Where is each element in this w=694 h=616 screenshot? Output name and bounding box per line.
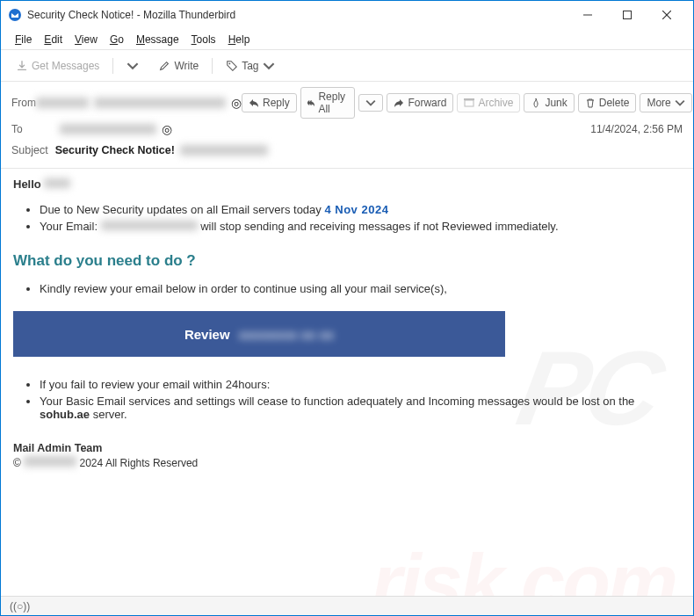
menu-tools[interactable]: Tools [186,32,221,47]
chevron-down-icon [263,60,275,72]
pencil-icon [158,60,170,72]
footer-copyright: © 2024 All Rights Reserved [13,456,681,469]
list-item: Kindly review your email below in order … [40,282,681,295]
minimize-button[interactable] [567,2,607,28]
forward-icon [394,98,404,108]
list-item: Your Email: will stop sending and receiv… [40,220,681,233]
more-button[interactable]: More [640,93,691,112]
get-messages-dropdown[interactable] [120,55,145,76]
menu-go[interactable]: Go [105,32,129,47]
list-item: Due to New Security updates on all Email… [40,203,681,216]
main-toolbar: Get Messages Write Tag [1,50,693,82]
write-label: Write [174,60,199,72]
warning-list: If you fail to review your email within … [40,378,681,421]
close-button[interactable] [647,2,686,28]
greeting-line: Hello [13,178,681,191]
list-item: If you fail to review your email within … [40,378,681,391]
status-bar: ((○)) [1,596,693,615]
download-icon [16,60,28,72]
menu-edit[interactable]: Edit [39,32,68,47]
contact-icon[interactable]: ◎ [231,97,242,109]
message-headers: From ◎ Reply Reply All Forward Archive J… [1,82,693,169]
footer-team: Mail Admin Team [13,442,681,454]
tag-label: Tag [242,60,258,72]
reply-icon [249,98,259,108]
svg-rect-7 [464,98,474,100]
to-value: ◎ [60,123,172,135]
chevron-down-icon [127,60,139,72]
write-button[interactable]: Write [152,55,205,76]
forward-button[interactable]: Forward [387,93,453,112]
junk-button[interactable]: Junk [524,93,574,112]
chevron-down-icon [365,98,376,108]
message-body: PC risk.com Hello Due to New Security up… [1,169,693,607]
redacted-text: xxxxxxxx xx xx [239,327,334,342]
instruction-list: Kindly review your email below in order … [40,282,681,295]
get-messages-label: Get Messages [32,60,99,72]
trash-icon [585,98,596,108]
contact-icon[interactable]: ◎ [162,123,172,135]
svg-point-0 [9,9,21,21]
menu-view[interactable]: View [69,32,103,47]
header-actions: Reply Reply All Forward Archive Junk Del… [242,87,692,119]
window-titlebar: Security Check Notice! - Mozilla Thunder… [1,1,693,29]
to-label: To [11,123,60,135]
archive-button[interactable]: Archive [457,93,520,112]
chevron-down-icon [675,98,685,108]
svg-point-5 [229,62,231,64]
menu-bar: File Edit View Go Message Tools Help [1,29,693,50]
get-messages-button[interactable]: Get Messages [10,55,105,76]
list-item: Your Basic Email services and settings w… [40,395,681,421]
subject-value: Security Check Notice! [55,144,175,156]
archive-icon [464,98,474,108]
svg-rect-2 [623,11,631,19]
tag-button[interactable]: Tag [220,55,280,76]
from-value: ◎ [36,97,242,109]
tag-icon [226,60,238,72]
reply-all-dropdown[interactable] [358,94,383,112]
review-button[interactable]: Review xxxxxxxx xx xx [13,311,505,357]
reply-button[interactable]: Reply [242,93,297,112]
subject-label: Subject [11,144,48,156]
reply-all-button[interactable]: Reply All [300,87,356,119]
delete-button[interactable]: Delete [578,93,637,112]
reply-all-icon [307,98,315,108]
svg-rect-6 [465,100,474,106]
intro-list: Due to New Security updates on all Email… [40,203,681,233]
thunderbird-icon [8,8,22,22]
fire-icon [531,98,541,108]
message-timestamp: 11/4/2024, 2:56 PM [590,123,683,135]
window-title: Security Check Notice! - Mozilla Thunder… [27,9,567,21]
menu-file[interactable]: File [10,32,37,47]
maximize-button[interactable] [607,2,647,28]
menu-message[interactable]: Message [131,32,184,47]
connection-indicator-icon[interactable]: ((○)) [10,600,30,612]
section-heading: What do you need to do ? [13,252,681,270]
menu-help[interactable]: Help [223,32,256,47]
from-label: From [11,97,36,109]
